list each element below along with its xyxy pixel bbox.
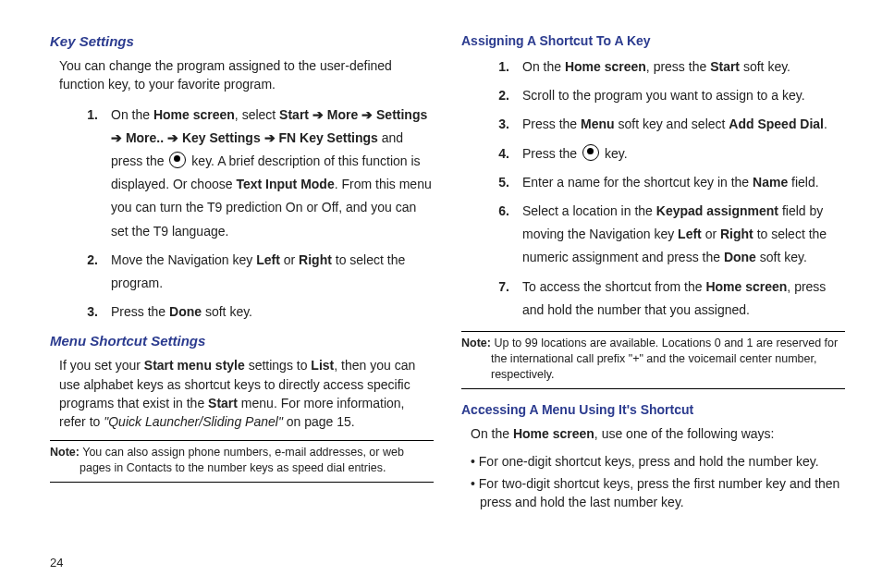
list-item: 1. On the Home screen, select Start ➔ Mo… (50, 104, 434, 243)
step-number: 1. (461, 55, 522, 79)
text: Press the (522, 146, 581, 161)
list-item: 4. Press the key. (461, 142, 845, 165)
text: settings to (245, 358, 312, 373)
step-body: Scroll to the program you want to assign… (522, 84, 845, 107)
list-item: For one-digit shortcut keys, press and h… (471, 452, 845, 471)
bold-text: Name (753, 175, 788, 190)
note-text: Up to 99 locations are available. Locati… (491, 337, 838, 381)
note-label: Note: (461, 337, 491, 349)
center-key-icon (169, 152, 186, 168)
bold-text: Start menu style (144, 358, 245, 373)
list-item: For two-digit shortcut keys, press the f… (471, 474, 845, 512)
text: , use one of the following ways: (594, 426, 775, 441)
list-item: 3. Press the Menu soft key and select Ad… (461, 113, 845, 136)
key-settings-steps: 1. On the Home screen, select Start ➔ Mo… (50, 104, 434, 325)
bold-text: Start (279, 107, 309, 122)
text: field. (788, 175, 818, 190)
text: key. (601, 146, 628, 161)
bold-text: Text Input Mode (236, 177, 334, 191)
text: , press the (646, 59, 710, 74)
list-item: 7. To access the shortcut from the Home … (461, 276, 845, 322)
text: Enter a name for the shortcut key in the (522, 175, 753, 190)
text: soft key. (756, 250, 807, 264)
access-bullets: For one-digit shortcut keys, press and h… (461, 452, 845, 512)
step-body: Enter a name for the shortcut key in the… (522, 171, 845, 194)
text: on page 15. (283, 414, 355, 429)
note-label: Note: (50, 446, 80, 459)
access-intro: On the Home screen, use one of the follo… (471, 424, 845, 443)
bold-text: Home screen (565, 59, 646, 74)
text: . (824, 116, 827, 131)
list-item: 2. Scroll to the program you want to ass… (461, 84, 845, 107)
text: If you set your (59, 358, 144, 373)
note-body: Note: You can also assign phone numbers,… (50, 445, 434, 476)
text: , select (235, 107, 279, 122)
bold-text: More (327, 107, 358, 122)
heading-menu-shortcut: Menu Shortcut Settings (50, 333, 434, 349)
bold-text: Add Speed Dial (729, 116, 824, 131)
bold-text: Right (720, 227, 753, 241)
step-number: 4. (461, 142, 522, 165)
right-column: Assigning A Shortcut To A Key 1. On the … (461, 33, 845, 570)
bold-text: Key Settings (182, 130, 261, 145)
note-body: Note: Up to 99 locations are available. … (461, 336, 845, 383)
bold-text: Start (710, 59, 740, 74)
bold-text: Home screen (705, 279, 787, 294)
bold-text: Home screen (153, 107, 235, 122)
step-body: Select a location in the Keypad assignme… (522, 200, 845, 270)
list-item: 6. Select a location in the Keypad assig… (461, 200, 845, 270)
list-item: 5. Enter a name for the shortcut key in … (461, 171, 845, 194)
list-item: 3. Press the Done soft key. (50, 300, 434, 324)
step-number: 3. (461, 113, 522, 136)
step-body: Press the key. (522, 142, 845, 165)
bold-text: More.. (126, 130, 164, 145)
text: Select a location in the (522, 203, 656, 218)
bold-text: Done (724, 250, 756, 264)
italic-reference: "Quick Launcher/Sliding Panel" (104, 414, 283, 429)
bold-text: Right (299, 252, 332, 267)
bold-text: Settings (376, 107, 427, 122)
heading-accessing-menu: Accessing A Menu Using It's Shortcut (461, 402, 845, 417)
list-item: 1. On the Home screen, press the Start s… (461, 55, 845, 79)
step-number: 2. (50, 249, 111, 295)
document-page: Key Settings You can change the program … (0, 0, 882, 588)
menu-shortcut-paragraph: If you set your Start menu style setting… (59, 356, 434, 431)
key-settings-intro: You can change the program assigned to t… (59, 56, 434, 94)
step-body: On the Home screen, press the Start soft… (522, 55, 845, 79)
page-number: 24 (50, 556, 63, 570)
step-number: 3. (50, 300, 111, 324)
step-number: 7. (461, 276, 522, 322)
step-body: On the Home screen, select Start ➔ More … (111, 104, 434, 243)
bold-text: Home screen (513, 426, 594, 441)
text: or (280, 252, 299, 267)
text: To access the shortcut from the (522, 279, 705, 294)
left-column: Key Settings You can change the program … (50, 33, 434, 570)
text: On the (471, 426, 513, 441)
list-item: 2. Move the Navigation key Left or Right… (50, 249, 434, 295)
text: On the (522, 59, 565, 74)
bold-text: Left (256, 252, 280, 267)
center-key-icon (582, 144, 599, 161)
bold-text: FN Key Settings (279, 130, 378, 145)
text: On the (111, 107, 153, 122)
step-body: Press the Done soft key. (111, 300, 434, 324)
bold-text: Done (169, 304, 202, 319)
text: Press the (111, 304, 169, 319)
step-body: To access the shortcut from the Home scr… (522, 276, 845, 322)
step-number: 2. (461, 84, 522, 107)
step-number: 1. (50, 104, 111, 243)
step-body: Press the Menu soft key and select Add S… (522, 113, 845, 136)
bold-text: Menu (581, 116, 615, 131)
bold-text: Keypad assignment (656, 203, 778, 218)
text: or (702, 227, 720, 241)
bold-text: Left (678, 227, 702, 241)
heading-key-settings: Key Settings (50, 33, 434, 49)
note-text: You can also assign phone numbers, e-mai… (80, 446, 404, 474)
assign-steps: 1. On the Home screen, press the Start s… (461, 55, 845, 322)
text: Move the Navigation key (111, 252, 256, 267)
bold-text: List (311, 358, 334, 373)
step-number: 6. (461, 200, 522, 270)
heading-assigning-shortcut: Assigning A Shortcut To A Key (461, 33, 845, 48)
text: soft key and select (615, 116, 729, 131)
text: Press the (522, 116, 581, 131)
